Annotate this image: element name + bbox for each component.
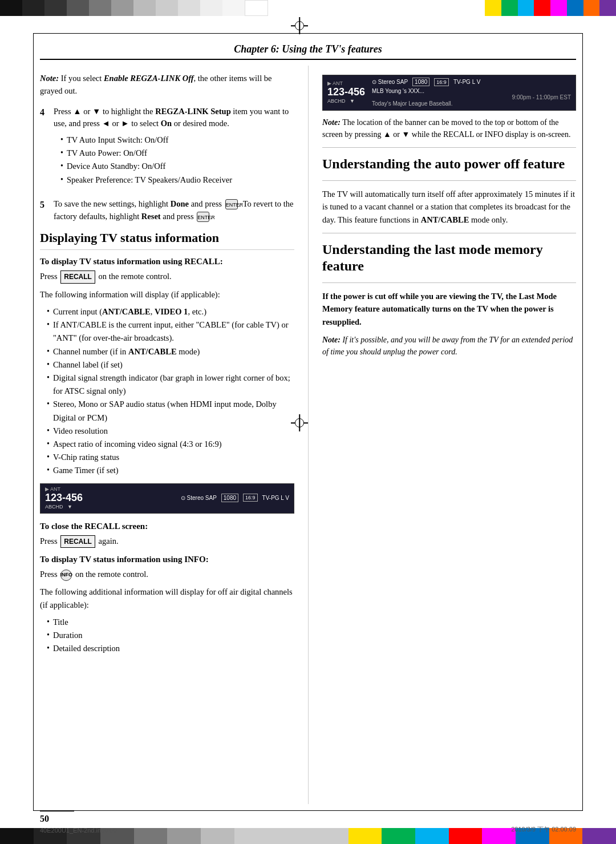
info-bullets: Title Duration Detailed description [47,616,294,656]
right-column: ▶ ANT 123-456 ABCHD ▼ ⊙ Stereo SAP 1080 … [308,66,576,804]
section-3-heading: Understanding the last mode memory featu… [322,241,576,278]
crosshair-top [291,17,308,34]
list-item: If ANT/CABLE is the current input, eithe… [47,318,294,345]
info-text-2: The following additional information wil… [40,585,294,611]
list-item: Title [47,616,294,629]
list-item: V-Chip rating status [47,451,294,464]
section-2-body: The TV will automatically turn itself of… [322,188,576,226]
color-bar-top [485,0,616,16]
recall-text-2: The following information will display (… [40,288,294,301]
list-item: Device Auto Standby: On/Off [60,160,294,173]
section-2-heading: Understanding the auto power off feature [322,156,576,176]
divider-3 [322,233,576,233]
list-item: Digital signal strength indicator (bar g… [47,371,294,398]
page-number: 50 [40,810,74,824]
section-3-bold-intro: If the power is cut off while you are vi… [322,290,576,328]
info-text-1: Press INFO on the remote control. [40,568,294,581]
note-text-1: If you select Enable REGZA-LINK Off, the… [40,74,272,95]
sub-heading-recall: To display TV status information using R… [40,257,294,266]
list-item: Current input (ANT/CABLE, VIDEO 1, etc.) [47,305,294,318]
grayscale-bar [0,0,268,16]
enter-icon-2: ENTER [197,212,209,222]
divider-2 [322,180,576,181]
section-1-heading: Displaying TV status information [40,231,294,249]
close-recall-text: Press RECALL again. [40,535,294,548]
right-note-label: Note: [322,118,341,127]
info-button[interactable]: INFO [60,570,72,581]
list-item: TV Auto Input Switch: On/Off [60,134,294,147]
step-4-number: 4 [40,106,49,192]
right-note-2-label: Note: [322,336,341,344]
tv-status-bar-1: ▶ ANT 123-456 ABCHD ▼ ⊙ Stereo SAP 1080 … [40,483,294,514]
step-5: 5 To save the new settings, highlight Do… [40,198,294,223]
recall-text-1: Press RECALL on the remote control. [40,270,294,284]
right-note-1: Note: The location of the banner can be … [322,116,576,140]
step-4: 4 Press ▲ or ▼ to highlight the REGZA-LI… [40,106,294,192]
list-item: Game Timer (if set) [47,464,294,477]
chapter-title: Chapter 6: Using the TV's features [234,43,382,55]
list-item: Channel number (if in ANT/CABLE mode) [47,345,294,358]
step-4-bullets: TV Auto Input Switch: On/Off TV Auto Pow… [60,134,294,187]
sub-heading-info: To display TV status information using I… [40,555,294,564]
main-content: Note: If you select Enable REGZA-LINK Of… [40,66,576,804]
note-label-1: Note: [40,74,59,83]
list-item: Channel label (if set) [47,358,294,371]
chapter-header: Chapter 6: Using the TV's features [40,40,576,60]
recall-button-2[interactable]: RECALL [60,535,95,548]
footer-right: 2010/3/9 下午 02:00:09 [511,825,576,834]
right-note-2: Note: If it's possible, and you will be … [322,334,576,358]
list-item: Stereo, Mono or SAP audio status (when H… [47,398,294,424]
note-block-1: Note: If you select Enable REGZA-LINK Of… [40,72,294,98]
list-item: Video resolution [47,425,294,438]
tv-status-bar-2: ▶ ANT 123-456 ABCHD ▼ ⊙ Stereo SAP 1080 … [322,75,576,111]
list-item: Duration [47,629,294,642]
list-item: Aspect ratio of incoming video signal (4… [47,438,294,451]
footer-left: 40E200U1_EN-2nd.indb 50 [40,827,117,834]
step-5-number: 5 [40,198,49,223]
recall-button-1[interactable]: RECALL [60,270,95,284]
enter-icon-1: ENTER [225,199,238,209]
step-4-content: Press ▲ or ▼ to highlight the REGZA-LINK… [54,106,294,192]
list-item: Detailed description [47,642,294,655]
right-note-2-text: If it's possible, and you will be away f… [322,336,573,356]
left-column: Note: If you select Enable REGZA-LINK Of… [40,66,308,804]
divider-1 [322,147,576,148]
step-5-content: To save the new settings, highlight Done… [54,198,294,223]
divider-4 [322,282,576,283]
sub-heading-close-recall: To close the RECALL screen: [40,522,294,531]
list-item: TV Auto Power: On/Off [60,147,294,160]
recall-bullets: Current input (ANT/CABLE, VIDEO 1, etc.)… [47,305,294,477]
right-note-text: The location of the banner can be moved … [322,118,570,139]
list-item: Speaker Preference: TV Speakers/Audio Re… [60,173,294,187]
